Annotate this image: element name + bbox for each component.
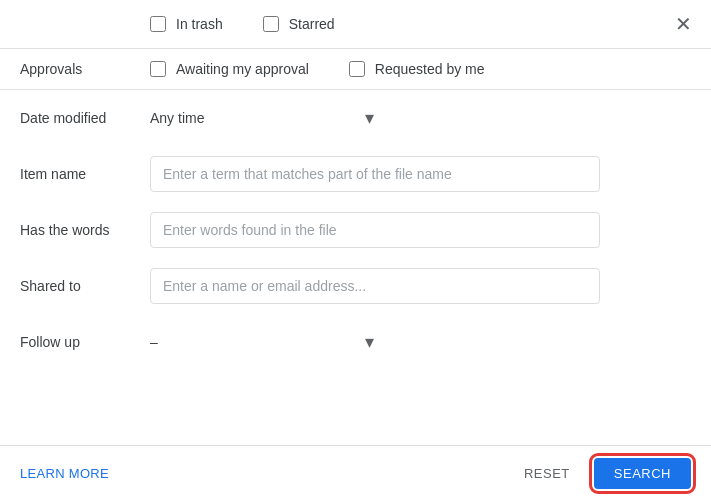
shared-to-label: Shared to <box>20 278 150 294</box>
starred-label: Starred <box>289 16 335 32</box>
item-name-input[interactable] <box>150 156 600 192</box>
starred-checkbox[interactable]: Starred <box>263 16 335 32</box>
approvals-row: Approvals Awaiting my approval Requested… <box>0 49 711 89</box>
follow-up-control: – Today This week This month ▾ <box>150 324 600 360</box>
date-modified-label: Date modified <box>20 110 150 126</box>
approvals-label: Approvals <box>0 61 150 77</box>
in-trash-checkbox[interactable]: In trash <box>150 16 223 32</box>
shared-to-control <box>150 268 600 304</box>
follow-up-row: Follow up – Today This week This month ▾ <box>0 314 711 370</box>
date-modified-control: Any time Today Last 7 days Last 30 days … <box>150 100 600 136</box>
requested-by-me-label: Requested by me <box>375 61 485 77</box>
requested-by-me-input[interactable] <box>349 61 365 77</box>
footer-buttons: RESET SEARCH <box>512 458 691 489</box>
reset-button[interactable]: RESET <box>512 458 582 489</box>
first-checkbox-row: In trash Starred <box>150 16 651 32</box>
footer: LEARN MORE RESET SEARCH <box>0 445 711 501</box>
awaiting-approval-label: Awaiting my approval <box>176 61 309 77</box>
date-modified-select[interactable]: Any time Today Last 7 days Last 30 days … <box>150 100 380 136</box>
follow-up-dropdown-wrapper: – Today This week This month ▾ <box>150 324 380 360</box>
awaiting-approval-input[interactable] <box>150 61 166 77</box>
has-words-control <box>150 212 600 248</box>
learn-more-link[interactable]: LEARN MORE <box>20 466 109 481</box>
starred-input[interactable] <box>263 16 279 32</box>
in-trash-input[interactable] <box>150 16 166 32</box>
shared-to-row: Shared to <box>0 258 711 314</box>
close-button[interactable]: ✕ <box>669 10 697 38</box>
item-name-row: Item name <box>0 146 711 202</box>
shared-to-input[interactable] <box>150 268 600 304</box>
follow-up-label: Follow up <box>20 334 150 350</box>
date-modified-row: Date modified Any time Today Last 7 days… <box>0 90 711 146</box>
follow-up-select[interactable]: – Today This week This month <box>150 324 380 360</box>
has-words-input[interactable] <box>150 212 600 248</box>
in-trash-label: In trash <box>176 16 223 32</box>
has-words-row: Has the words <box>0 202 711 258</box>
top-checkboxes-section: In trash Starred <box>0 0 711 49</box>
form-section: Date modified Any time Today Last 7 days… <box>0 90 711 445</box>
item-name-control <box>150 156 600 192</box>
requested-by-me-checkbox[interactable]: Requested by me <box>349 61 485 77</box>
item-name-label: Item name <box>20 166 150 182</box>
approvals-checkboxes: Awaiting my approval Requested by me <box>150 61 485 77</box>
awaiting-approval-checkbox[interactable]: Awaiting my approval <box>150 61 309 77</box>
search-dialog: ✕ In trash Starred Approvals Awaiting my… <box>0 0 711 501</box>
search-button[interactable]: SEARCH <box>594 458 691 489</box>
has-words-label: Has the words <box>20 222 150 238</box>
date-modified-dropdown-wrapper: Any time Today Last 7 days Last 30 days … <box>150 100 380 136</box>
